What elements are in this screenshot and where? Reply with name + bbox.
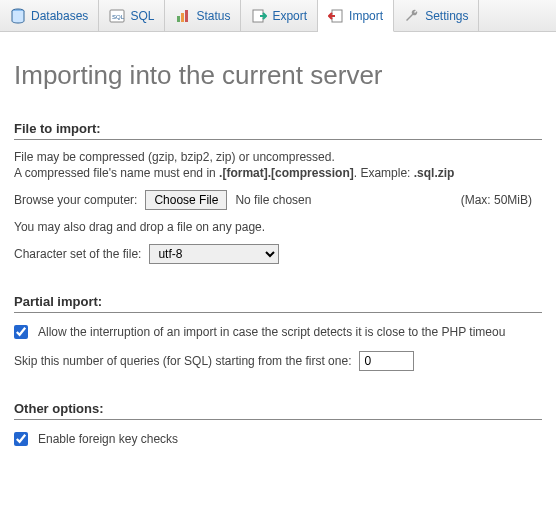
svg-text:SQL: SQL xyxy=(112,14,125,20)
browse-row: Browse your computer: Choose File No fil… xyxy=(14,190,542,210)
tab-settings[interactable]: Settings xyxy=(394,0,479,31)
tab-label: SQL xyxy=(130,9,154,23)
tab-label: Status xyxy=(196,9,230,23)
tab-databases[interactable]: Databases xyxy=(0,0,99,31)
sql-icon: SQL xyxy=(109,8,125,24)
status-icon xyxy=(175,8,191,24)
section-partial-import: Partial import: xyxy=(14,294,542,313)
compressed-info: File may be compressed (gzip, bzip2, zip… xyxy=(14,150,542,164)
section-other-options: Other options: xyxy=(14,401,542,420)
choose-file-button[interactable]: Choose File xyxy=(145,190,227,210)
tab-export[interactable]: Export xyxy=(241,0,318,31)
svg-rect-5 xyxy=(185,10,188,22)
tabs-bar: Databases SQL SQL Status Export Import S… xyxy=(0,0,556,32)
tab-label: Databases xyxy=(31,9,88,23)
skip-queries-label: Skip this number of queries (for SQL) st… xyxy=(14,354,351,368)
allow-interrupt-label: Allow the interruption of an import in c… xyxy=(38,325,505,339)
svg-rect-4 xyxy=(181,13,184,22)
browse-label: Browse your computer: xyxy=(14,193,137,207)
dragdrop-info: You may also drag and drop a file on any… xyxy=(14,220,542,234)
tab-sql[interactable]: SQL SQL xyxy=(99,0,165,31)
tab-status[interactable]: Status xyxy=(165,0,241,31)
tab-label: Settings xyxy=(425,9,468,23)
database-icon xyxy=(10,8,26,24)
section-file-to-import: File to import: xyxy=(14,121,542,140)
no-file-chosen: No file chosen xyxy=(235,193,311,207)
charset-select[interactable]: utf-8 xyxy=(149,244,279,264)
charset-row: Character set of the file: utf-8 xyxy=(14,244,542,264)
export-icon xyxy=(251,8,267,24)
page-title: Importing into the current server xyxy=(14,60,542,91)
skip-queries-row: Skip this number of queries (for SQL) st… xyxy=(14,351,542,371)
name-rule-line: A compressed file's name must end in .[f… xyxy=(14,166,542,180)
max-size: (Max: 50MiB) xyxy=(461,193,542,207)
allow-interrupt-checkbox[interactable] xyxy=(14,325,28,339)
fk-checks-checkbox[interactable] xyxy=(14,432,28,446)
tab-label: Import xyxy=(349,9,383,23)
skip-queries-input[interactable] xyxy=(359,351,414,371)
name-rule-format: .[format].[compression] xyxy=(219,166,354,180)
wrench-icon xyxy=(404,8,420,24)
fk-checks-row: Enable foreign key checks xyxy=(14,432,542,446)
fk-checks-label: Enable foreign key checks xyxy=(38,432,178,446)
name-rule-example: .sql.zip xyxy=(414,166,455,180)
name-rule-example-label: . Example: xyxy=(354,166,414,180)
tab-import[interactable]: Import xyxy=(318,0,394,32)
import-icon xyxy=(328,8,344,24)
charset-label: Character set of the file: xyxy=(14,247,141,261)
name-rule-prefix: A compressed file's name must end in xyxy=(14,166,219,180)
allow-interrupt-row: Allow the interruption of an import in c… xyxy=(14,325,542,339)
svg-rect-3 xyxy=(177,16,180,22)
tab-label: Export xyxy=(272,9,307,23)
content-area: Importing into the current server File t… xyxy=(0,32,556,472)
